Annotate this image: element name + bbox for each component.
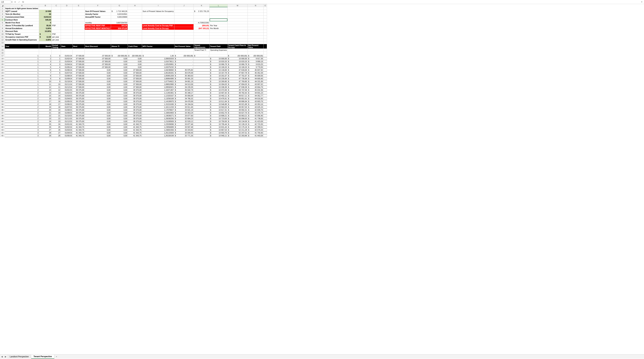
cell[interactable]: [61, 39, 72, 41]
cell[interactable]: $33 044,45: [174, 131, 194, 134]
cell[interactable]: $43,29: [111, 24, 128, 27]
cell[interactable]: 39 375,00: [72, 100, 85, 103]
cell[interactable]: [61, 41, 72, 44]
cell[interactable]: 15: [39, 94, 52, 97]
cell[interactable]: [52, 21, 61, 24]
cell[interactable]: 41 343,75: [72, 134, 85, 137]
cell[interactable]: $47 701,67: [228, 74, 248, 77]
cell[interactable]: 0,00: [111, 74, 128, 77]
cell[interactable]: 1,11391901: [142, 92, 174, 94]
cell[interactable]: [194, 72, 210, 74]
cell[interactable]: 0,02152501: [111, 13, 128, 16]
cell[interactable]: $47 735,68: [228, 77, 248, 80]
cell[interactable]: 0,00: [85, 97, 111, 100]
cell[interactable]: $9 819,25: [248, 63, 264, 66]
cell[interactable]: $41 423,09: [248, 120, 264, 123]
cell[interactable]: 01/10/14: [61, 80, 72, 83]
col-A[interactable]: A: [5, 4, 39, 7]
cell[interactable]: [85, 39, 111, 41]
cell[interactable]: $10 000,00: [210, 57, 228, 60]
cell[interactable]: [210, 33, 228, 36]
cell[interactable]: [264, 111, 267, 114]
cell[interactable]: [61, 16, 72, 19]
cell[interactable]: [194, 74, 210, 77]
cell[interactable]: 2: [5, 97, 39, 100]
cell[interactable]: 0,00: [111, 77, 128, 80]
cell[interactable]: $49 957,03: [228, 106, 248, 109]
cell[interactable]: 0,00: [111, 86, 128, 89]
cell[interactable]: $10 723,83: [210, 117, 228, 120]
cell[interactable]: $52 283,86: [228, 134, 248, 137]
cell[interactable]: [194, 19, 210, 21]
cell[interactable]: Tenant Paid TI: [194, 49, 210, 52]
cell[interactable]: 2: [5, 100, 39, 103]
cell[interactable]: 15: [52, 97, 61, 100]
cell[interactable]: 39 375,00: [72, 109, 85, 111]
cell[interactable]: [264, 39, 267, 41]
cell[interactable]: [264, 16, 267, 19]
cell[interactable]: 1,15151636: [142, 103, 174, 106]
cell[interactable]: [85, 41, 111, 44]
cell[interactable]: 0,00: [111, 60, 128, 63]
cell[interactable]: [85, 30, 111, 33]
cell[interactable]: 3: [5, 126, 39, 129]
cell[interactable]: -37 500,00: [85, 66, 111, 69]
cell[interactable]: [174, 36, 194, 39]
cell[interactable]: Growth Rate in Operating Expenses: [5, 39, 39, 41]
cell[interactable]: [264, 66, 267, 69]
cell[interactable]: $10 304,03: [210, 83, 228, 86]
cell[interactable]: [174, 10, 194, 13]
cell[interactable]: 01/09/15: [61, 111, 72, 114]
cell[interactable]: Per Month: [210, 27, 228, 30]
cell[interactable]: [174, 7, 194, 10]
row-header[interactable]: 4: [0, 16, 5, 19]
cell[interactable]: [5, 41, 39, 44]
col-E[interactable]: E: [72, 4, 85, 7]
cell[interactable]: 37 500,00: [72, 72, 85, 74]
cell[interactable]: 01/01/14: [39, 16, 52, 19]
cell[interactable]: 1: [5, 72, 39, 74]
row-header[interactable]: 28: [0, 86, 5, 89]
cell[interactable]: 37 500,00: [72, 54, 85, 57]
cell[interactable]: 16: [52, 100, 61, 103]
cell[interactable]: [194, 36, 210, 39]
cell[interactable]: 0,00: [85, 103, 111, 106]
cell[interactable]: 37 500,00: [128, 86, 142, 89]
col-J[interactable]: J: [174, 4, 194, 7]
cell[interactable]: $33 353,24: [174, 111, 194, 114]
cell[interactable]: $45 009,56: [248, 74, 264, 77]
cell[interactable]: [248, 7, 264, 10]
cell[interactable]: [111, 7, 128, 10]
cell[interactable]: 24: [39, 120, 52, 123]
cell[interactable]: [72, 49, 85, 52]
cell[interactable]: 0,00: [85, 117, 111, 120]
cell[interactable]: $47 769,80: [228, 80, 248, 83]
cell[interactable]: [194, 52, 210, 54]
cell[interactable]: [194, 100, 210, 103]
cell[interactable]: 01/02/16: [61, 126, 72, 129]
cell[interactable]: 41 343,75: [128, 131, 142, 134]
cell[interactable]: 5: [39, 66, 52, 69]
cell[interactable]: [142, 19, 174, 21]
cell[interactable]: $34 194,04: [174, 103, 194, 106]
cell[interactable]: $10 407,42: [210, 92, 228, 94]
cell[interactable]: $35 678,49: [174, 72, 194, 74]
cell[interactable]: [248, 16, 264, 19]
cell[interactable]: $42 699,70: [248, 109, 264, 111]
cell[interactable]: 39 375,00: [72, 89, 85, 92]
row-header[interactable]: 37: [0, 111, 5, 114]
cell[interactable]: Tenant Cash Flow toOccupy: [228, 44, 248, 49]
cell[interactable]: 01/11/15: [61, 117, 72, 120]
formula-input[interactable]: [25, 1, 640, 4]
cell[interactable]: [72, 16, 85, 19]
cell[interactable]: Contract Rent: [5, 19, 39, 21]
cell[interactable]: $32 533,12: [174, 120, 194, 123]
cell[interactable]: 0,00: [85, 89, 111, 92]
cell[interactable]: $(50 000,00): [128, 54, 142, 57]
cell[interactable]: 22: [39, 114, 52, 117]
cell[interactable]: [210, 39, 228, 41]
cell[interactable]: 19: [52, 109, 61, 111]
cell[interactable]: 1,19038271: [142, 114, 174, 117]
cell[interactable]: [248, 10, 264, 13]
cell[interactable]: $10 066,78: [210, 63, 228, 66]
